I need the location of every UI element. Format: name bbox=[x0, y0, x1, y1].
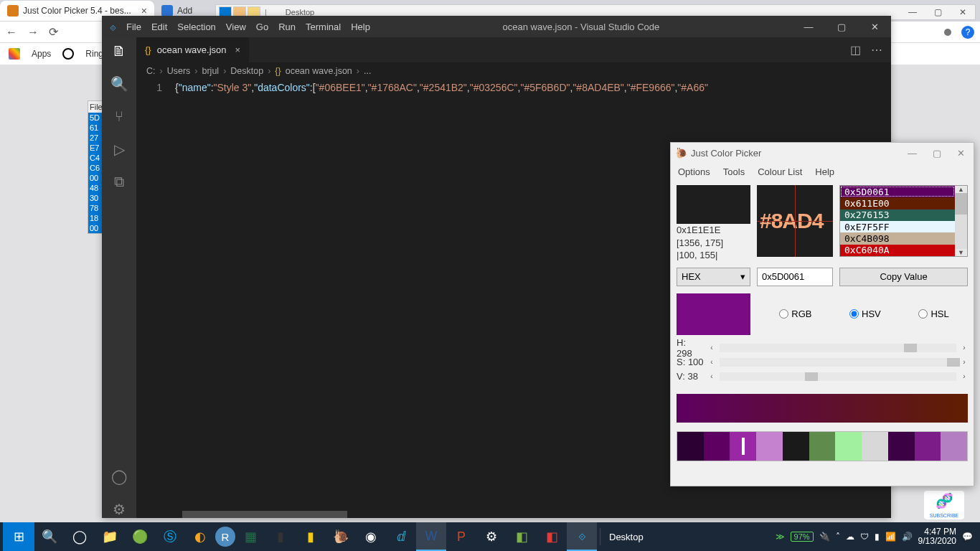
crumb[interactable]: ocean wave.json bbox=[286, 66, 352, 76]
battery-badge[interactable]: 97% bbox=[791, 532, 814, 542]
volume-icon[interactable]: 🔊 bbox=[902, 532, 913, 542]
color-list-item[interactable]: 0x611E00 bbox=[840, 197, 955, 209]
slider-right-icon[interactable]: › bbox=[961, 344, 968, 352]
settings-gear-icon[interactable]: ⚙ bbox=[113, 501, 126, 518]
format-select[interactable]: HEX ▾ bbox=[677, 268, 750, 286]
desktop-label[interactable]: Desktop bbox=[603, 532, 649, 542]
breadcrumb[interactable]: C:› Users› brjul› Desktop› {} ocean wave… bbox=[136, 62, 891, 80]
horizontal-scrollbar[interactable] bbox=[175, 511, 884, 518]
split-editor-icon[interactable]: ◫ bbox=[850, 43, 861, 57]
explorer-row[interactable]: 5D bbox=[88, 113, 103, 123]
palette-swatch[interactable] bbox=[756, 432, 783, 461]
wifi-icon[interactable]: 📶 bbox=[885, 532, 896, 542]
palette-swatch[interactable] bbox=[862, 432, 888, 461]
picker-maximize-icon[interactable]: ▢ bbox=[933, 148, 941, 159]
color-list-scrollbar[interactable]: ▲ ▼ bbox=[955, 186, 967, 256]
start-button[interactable]: ⊞ bbox=[3, 522, 34, 551]
explorer-icon[interactable]: 🗎 bbox=[112, 43, 126, 60]
vscode-minimize-icon[interactable]: — bbox=[792, 22, 825, 32]
picker-titlebar[interactable]: 🐌 Just Color Picker — ▢ ✕ bbox=[671, 143, 974, 163]
help-badge-icon[interactable]: ? bbox=[961, 26, 974, 39]
vscode-close-icon[interactable]: ✕ bbox=[858, 22, 891, 32]
color-list-item[interactable]: 0x276153 bbox=[840, 209, 955, 221]
radio-hsl[interactable]: HSL bbox=[918, 309, 948, 319]
palette-swatch[interactable] bbox=[941, 432, 967, 461]
camtasia-icon[interactable]: ◧ bbox=[507, 522, 537, 551]
powerbi-icon[interactable]: ▮ bbox=[296, 522, 326, 551]
chrome-icon[interactable]: 🟢 bbox=[125, 522, 155, 551]
back-icon[interactable]: ← bbox=[6, 26, 17, 39]
subscribe-badge[interactable]: SUBSCRIBE bbox=[924, 491, 964, 519]
explorer-row[interactable]: C6 bbox=[88, 163, 103, 173]
file-explorer-icon[interactable]: 📁 bbox=[95, 522, 125, 551]
menu-view[interactable]: View bbox=[226, 22, 246, 32]
explorer-row[interactable]: 78 bbox=[88, 203, 103, 213]
close-tab-icon[interactable]: × bbox=[141, 5, 147, 17]
skype-icon[interactable]: Ⓢ bbox=[155, 522, 185, 551]
powerpoint-icon[interactable]: P bbox=[446, 522, 476, 551]
palette-swatch[interactable] bbox=[835, 432, 862, 461]
search-icon[interactable]: 🔍 bbox=[110, 75, 128, 93]
explorer-row[interactable]: 27 bbox=[88, 133, 103, 143]
menu-edit[interactable]: Edit bbox=[151, 22, 167, 32]
tray-more-icon[interactable]: ≫ bbox=[776, 532, 785, 542]
dashlane-icon[interactable]: ◉ bbox=[356, 522, 386, 551]
palette-swatch[interactable] bbox=[730, 432, 756, 461]
explorer-row[interactable]: 61 bbox=[88, 123, 103, 133]
explorer-row[interactable]: 00 bbox=[88, 173, 103, 183]
palette-swatch[interactable] bbox=[888, 432, 915, 461]
palette-swatch[interactable] bbox=[783, 432, 809, 461]
source-control-icon[interactable]: ⑂ bbox=[115, 108, 123, 125]
explorer-row[interactable]: C4 bbox=[88, 153, 103, 163]
powerbi-dark-icon[interactable]: ▮ bbox=[265, 522, 296, 551]
slider-right-icon[interactable]: › bbox=[961, 358, 968, 366]
ring-label[interactable]: Ring bbox=[85, 49, 103, 59]
hex-value-input[interactable]: 0x5D0061 bbox=[757, 268, 833, 286]
plug-icon[interactable]: 🔌 bbox=[819, 532, 830, 542]
palette-swatch[interactable] bbox=[677, 432, 704, 461]
accounts-icon[interactable]: ◯ bbox=[111, 468, 127, 485]
forward-icon[interactable]: → bbox=[27, 26, 39, 39]
h-slider[interactable] bbox=[720, 344, 956, 352]
palette-swatch[interactable] bbox=[809, 432, 836, 461]
palette-swatch[interactable] bbox=[915, 432, 941, 461]
picker-minimize-icon[interactable]: — bbox=[908, 148, 917, 159]
explorer-row[interactable]: 18 bbox=[88, 213, 103, 223]
menu-tools[interactable]: Tools bbox=[723, 166, 745, 177]
search-icon[interactable]: 🔍 bbox=[34, 522, 65, 551]
apps-icon[interactable] bbox=[9, 48, 20, 60]
snagit-icon[interactable]: ◐ bbox=[185, 522, 215, 551]
crumb[interactable]: ... bbox=[364, 66, 371, 76]
scroll-up-icon[interactable]: ▲ bbox=[958, 186, 964, 193]
gradient-strip[interactable] bbox=[677, 394, 968, 423]
radio-hsv[interactable]: HSV bbox=[849, 309, 881, 319]
tab-ocean-wave[interactable]: {} ocean wave.json × bbox=[136, 37, 249, 62]
battery-icon[interactable]: ▮ bbox=[875, 532, 880, 542]
extensions-icon[interactable]: ⧉ bbox=[114, 174, 124, 190]
menu-file[interactable]: File bbox=[126, 22, 141, 32]
menu-go[interactable]: Go bbox=[256, 22, 268, 32]
color-list-item[interactable]: 0xC6040A bbox=[840, 245, 955, 256]
menu-terminal[interactable]: Terminal bbox=[306, 22, 341, 32]
copy-value-button[interactable]: Copy Value bbox=[839, 268, 968, 286]
run-debug-icon[interactable]: ▷ bbox=[114, 141, 125, 158]
bg-close-icon[interactable]: ✕ bbox=[959, 7, 966, 17]
explorer-row[interactable]: 48 bbox=[88, 183, 103, 193]
scrollbar-thumb[interactable] bbox=[182, 511, 347, 518]
s-slider[interactable] bbox=[720, 358, 956, 367]
v-slider[interactable] bbox=[720, 372, 956, 381]
word-icon[interactable]: W bbox=[416, 522, 446, 551]
settings-icon[interactable]: ⚙ bbox=[476, 522, 507, 551]
vscode-taskbar-icon[interactable]: ⟐ bbox=[567, 522, 597, 551]
bg-maximize-icon[interactable]: ▢ bbox=[934, 7, 942, 17]
more-actions-icon[interactable]: ⋯ bbox=[871, 43, 882, 57]
apps-label[interactable]: Apps bbox=[32, 49, 51, 59]
explorer-row[interactable]: 00 bbox=[88, 223, 103, 233]
crumb[interactable]: C: bbox=[146, 66, 156, 76]
scroll-down-icon[interactable]: ▼ bbox=[958, 249, 964, 256]
excel-icon[interactable]: ▦ bbox=[235, 522, 265, 551]
recorder-icon[interactable]: ◧ bbox=[537, 522, 567, 551]
yandex-icon[interactable]: ◯ bbox=[65, 522, 95, 551]
avatar-dot-icon[interactable] bbox=[944, 29, 951, 36]
radio-rgb[interactable]: RGB bbox=[779, 309, 811, 319]
